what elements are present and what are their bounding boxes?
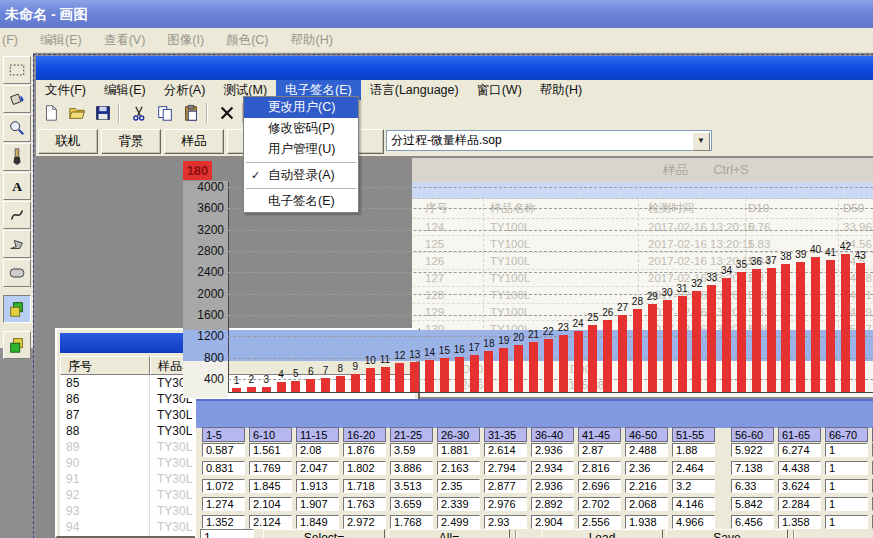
result-cell[interactable]: 2.934 bbox=[531, 461, 574, 475]
result-cell[interactable]: 1.763 bbox=[343, 497, 386, 511]
result-cell[interactable]: 1 bbox=[825, 479, 868, 493]
result-cell[interactable]: 1.274 bbox=[202, 497, 245, 511]
paste-icon[interactable] bbox=[180, 102, 202, 124]
button-联机[interactable]: 联机 bbox=[38, 129, 98, 154]
result-cell[interactable]: 1 bbox=[825, 443, 868, 457]
new-icon[interactable] bbox=[40, 102, 62, 124]
delete-icon[interactable] bbox=[216, 102, 238, 124]
result-cell[interactable]: 3.513 bbox=[390, 479, 433, 493]
result-cell[interactable]: 1.768 bbox=[390, 515, 433, 529]
result-cell[interactable]: 2.284 bbox=[778, 497, 821, 511]
menu-item-电子签名(E)[interactable]: 电子签名(E) bbox=[244, 191, 358, 212]
button-Select[interactable]: Select= bbox=[263, 529, 385, 538]
paint-tool-text[interactable]: A bbox=[3, 172, 31, 200]
result-cell[interactable]: 1.072 bbox=[202, 479, 245, 493]
menu-item-更改用户(C)[interactable]: 更改用户(C) bbox=[244, 97, 358, 118]
result-cell[interactable]: 1 bbox=[825, 461, 868, 475]
paint-menu-item[interactable]: 编辑(E) bbox=[40, 32, 82, 49]
result-cell[interactable]: 2.339 bbox=[437, 497, 480, 511]
paint-menu-item[interactable]: 查看(V) bbox=[104, 32, 146, 49]
result-cell[interactable]: 6.456 bbox=[731, 515, 774, 529]
paint-menu-item[interactable]: 颜色(C) bbox=[226, 32, 268, 49]
result-cell[interactable]: 0.587 bbox=[202, 443, 245, 457]
app-menu-item[interactable]: 帮助(H) bbox=[531, 80, 591, 100]
result-cell[interactable]: 1.352 bbox=[202, 515, 245, 529]
result-cell[interactable]: 2.976 bbox=[484, 497, 527, 511]
result-cell[interactable]: 2.892 bbox=[531, 497, 574, 511]
result-cell[interactable]: 3.59 bbox=[390, 443, 433, 457]
result-cell[interactable]: 1.88 bbox=[672, 443, 715, 457]
sop-combobox[interactable]: 分过程-微量样品.sop ▼ bbox=[386, 130, 712, 151]
menu-item-用户管理(U)[interactable]: 用户管理(U) bbox=[244, 139, 358, 160]
app-menu-item[interactable]: 窗口(W) bbox=[468, 80, 531, 100]
paint-menu-item[interactable]: 图像(I) bbox=[167, 32, 204, 49]
result-cell[interactable]: 5.842 bbox=[731, 497, 774, 511]
paint-tool-brush[interactable] bbox=[3, 143, 31, 171]
paint-tool-cube-yellow[interactable] bbox=[3, 331, 31, 359]
result-cell[interactable]: 2.124 bbox=[249, 515, 292, 529]
result-cell[interactable]: 7.138 bbox=[731, 461, 774, 475]
paint-tool-fill[interactable] bbox=[3, 85, 31, 113]
button-背景[interactable]: 背景 bbox=[101, 129, 161, 154]
result-cell[interactable]: 5.922 bbox=[731, 443, 774, 457]
result-cell[interactable]: 1.845 bbox=[249, 479, 292, 493]
result-cell[interactable]: 2.216 bbox=[625, 479, 668, 493]
result-cell[interactable]: 2.614 bbox=[484, 443, 527, 457]
result-cell[interactable]: 2.556 bbox=[578, 515, 621, 529]
result-cell[interactable]: 3.2 bbox=[672, 479, 715, 493]
result-cell[interactable]: 2.93 bbox=[484, 515, 527, 529]
result-cell[interactable]: 3.624 bbox=[778, 479, 821, 493]
open-icon[interactable] bbox=[66, 102, 88, 124]
result-cell[interactable]: 3.659 bbox=[390, 497, 433, 511]
result-cell[interactable]: 2.35 bbox=[437, 479, 480, 493]
result-cell[interactable]: 2.972 bbox=[343, 515, 386, 529]
count-input[interactable] bbox=[200, 529, 254, 538]
result-cell[interactable]: 2.936 bbox=[531, 443, 574, 457]
cut-icon[interactable] bbox=[128, 102, 150, 124]
button-Save[interactable]: Save bbox=[666, 529, 788, 538]
menu-item-自动登录(A)[interactable]: 自动登录(A)✓ bbox=[244, 165, 358, 186]
app-menu-item[interactable]: 分析(A) bbox=[155, 80, 215, 100]
result-cell[interactable]: 2.702 bbox=[578, 497, 621, 511]
result-cell[interactable]: 2.464 bbox=[672, 461, 715, 475]
result-cell[interactable]: 2.36 bbox=[625, 461, 668, 475]
result-cell[interactable]: 2.816 bbox=[578, 461, 621, 475]
result-cell[interactable]: 4.438 bbox=[778, 461, 821, 475]
result-cell[interactable]: 1.907 bbox=[296, 497, 339, 511]
result-cell[interactable]: 1.876 bbox=[343, 443, 386, 457]
paint-tool-rounded-rect[interactable] bbox=[3, 259, 31, 287]
result-cell[interactable]: 2.068 bbox=[625, 497, 668, 511]
app-menu-item[interactable]: 文件(F) bbox=[36, 80, 95, 100]
app-menu-item[interactable]: 语言(Language) bbox=[361, 80, 468, 100]
button-All[interactable]: All= bbox=[388, 529, 510, 538]
result-cell[interactable]: 2.794 bbox=[484, 461, 527, 475]
result-cell[interactable]: 1.849 bbox=[296, 515, 339, 529]
result-cell[interactable]: 1 bbox=[825, 497, 868, 511]
result-cell[interactable]: 4.146 bbox=[672, 497, 715, 511]
result-cell[interactable]: 2.696 bbox=[578, 479, 621, 493]
result-cell[interactable]: 1.561 bbox=[249, 443, 292, 457]
paint-tool-polygon[interactable] bbox=[3, 230, 31, 258]
result-cell[interactable]: 2.904 bbox=[531, 515, 574, 529]
result-cell[interactable]: 1.881 bbox=[437, 443, 480, 457]
combo-dropdown-arrow-icon[interactable]: ▼ bbox=[692, 132, 710, 151]
result-cell[interactable]: 0.831 bbox=[202, 461, 245, 475]
button-样品[interactable]: 样品 bbox=[164, 129, 224, 154]
result-cell[interactable]: 1 bbox=[825, 515, 868, 529]
button-Load[interactable]: Load bbox=[541, 529, 663, 538]
result-cell[interactable]: 1.358 bbox=[778, 515, 821, 529]
paint-tool-curve[interactable] bbox=[3, 201, 31, 229]
result-cell[interactable]: 2.08 bbox=[296, 443, 339, 457]
result-cell[interactable]: 2.047 bbox=[296, 461, 339, 475]
paint-tool-zoom[interactable] bbox=[3, 114, 31, 142]
result-cell[interactable]: 1.718 bbox=[343, 479, 386, 493]
result-cell[interactable]: 1.802 bbox=[343, 461, 386, 475]
result-cell[interactable]: 1.769 bbox=[249, 461, 292, 475]
menu-item-修改密码(P)[interactable]: 修改密码(P) bbox=[244, 118, 358, 139]
paint-tool-select[interactable] bbox=[3, 56, 31, 84]
result-cell[interactable]: 2.488 bbox=[625, 443, 668, 457]
result-cell[interactable]: 2.936 bbox=[531, 479, 574, 493]
paint-menu-item[interactable]: 帮助(H) bbox=[290, 32, 332, 49]
result-cell[interactable]: 3.886 bbox=[390, 461, 433, 475]
app-menu-item[interactable]: 编辑(E) bbox=[95, 80, 155, 100]
